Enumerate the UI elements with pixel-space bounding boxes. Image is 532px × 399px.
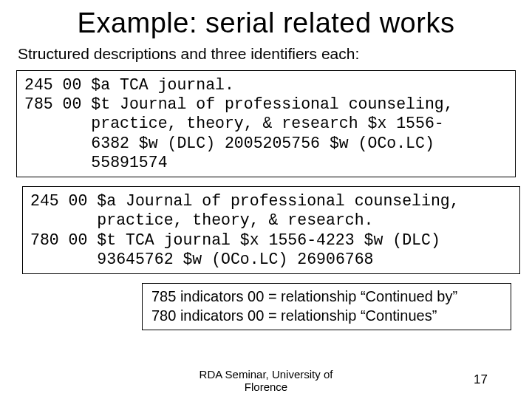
marc-record-2: 245 00 $a Journal of professional counse…: [22, 186, 520, 274]
footer-text: RDA Seminar, University of Florence: [177, 368, 355, 393]
indicator-note: 785 indicators 00 = relationship “Contin…: [142, 283, 511, 330]
slide-footer: RDA Seminar, University of Florence: [0, 368, 532, 393]
slide: Example: serial related works Structured…: [0, 0, 532, 399]
marc-record-1: 245 00 $a TCA journal. 785 00 $t Journal…: [16, 70, 516, 177]
note-line-2: 780 indicators 00 = relationship “Contin…: [151, 306, 502, 325]
note-line-1: 785 indicators 00 = relationship “Contin…: [151, 287, 502, 306]
slide-subtitle: Structured descriptions and three identi…: [16, 45, 516, 63]
page-number: 17: [474, 372, 488, 387]
slide-title: Example: serial related works: [16, 7, 516, 39]
